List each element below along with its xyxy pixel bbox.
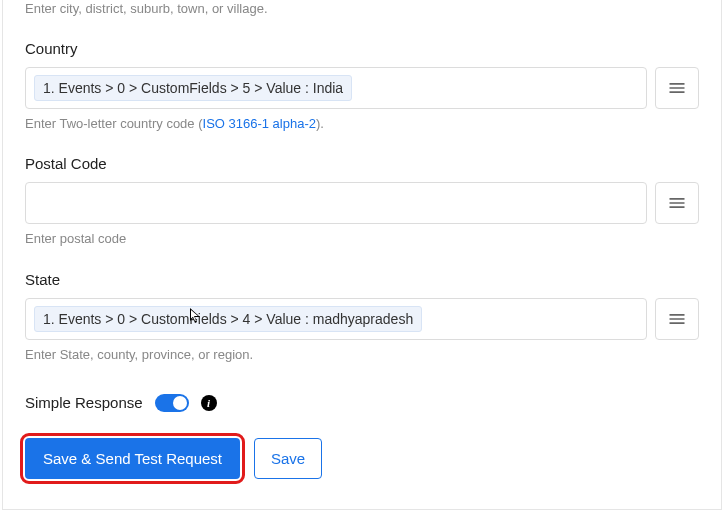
postal-label: Postal Code	[25, 155, 699, 172]
country-chip[interactable]: 1. Events > 0 > CustomFields > 5 > Value…	[34, 75, 352, 101]
menu-icon	[667, 78, 687, 98]
country-helper: Enter Two-letter country code (ISO 3166-…	[25, 115, 699, 133]
state-input[interactable]: 1. Events > 0 > CustomFields > 4 > Value…	[25, 298, 647, 340]
save-button[interactable]: Save	[254, 438, 322, 479]
country-label: Country	[25, 40, 699, 57]
country-input[interactable]: 1. Events > 0 > CustomFields > 5 > Value…	[25, 67, 647, 109]
country-helper-prefix: Enter Two-letter country code (	[25, 116, 203, 131]
postal-row	[25, 182, 699, 224]
info-icon[interactable]: i	[201, 395, 217, 411]
state-row: 1. Events > 0 > CustomFields > 4 > Value…	[25, 298, 699, 340]
state-label: State	[25, 271, 699, 288]
state-menu-button[interactable]	[655, 298, 699, 340]
country-menu-button[interactable]	[655, 67, 699, 109]
city-helper: Enter city, district, suburb, town, or v…	[25, 0, 699, 18]
postal-input[interactable]	[25, 182, 647, 224]
menu-icon	[667, 193, 687, 213]
iso-link[interactable]: ISO 3166-1 alpha-2	[203, 116, 316, 131]
simple-response-row: Simple Response i	[25, 394, 699, 412]
menu-icon	[667, 309, 687, 329]
form-panel: Enter city, district, suburb, town, or v…	[2, 0, 722, 510]
postal-menu-button[interactable]	[655, 182, 699, 224]
simple-response-label: Simple Response	[25, 394, 143, 411]
postal-helper: Enter postal code	[25, 230, 699, 248]
button-row: Save & Send Test Request Save	[25, 438, 699, 479]
country-row: 1. Events > 0 > CustomFields > 5 > Value…	[25, 67, 699, 109]
save-send-test-button[interactable]: Save & Send Test Request	[25, 438, 240, 479]
state-chip[interactable]: 1. Events > 0 > CustomFields > 4 > Value…	[34, 306, 422, 332]
simple-response-toggle[interactable]	[155, 394, 189, 412]
country-helper-suffix: ).	[316, 116, 324, 131]
state-helper: Enter State, county, province, or region…	[25, 346, 699, 364]
